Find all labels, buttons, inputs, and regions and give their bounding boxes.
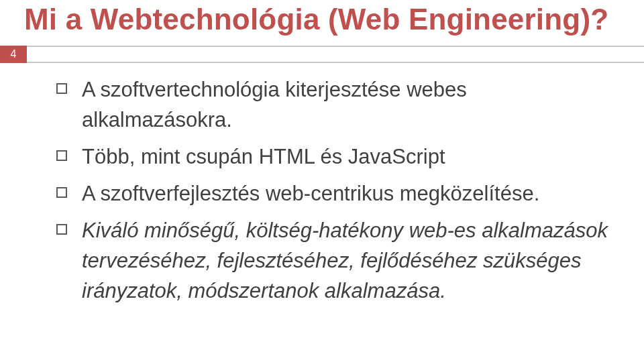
list-item: Több, mint csupán HTML és JavaScript: [52, 142, 609, 172]
square-bullet-icon: [56, 83, 67, 94]
page-title: Mi a Webtechnológia (Web Engineering)?: [24, 3, 608, 36]
slide: Mi a Webtechnológia (Web Engineering)? 4…: [0, 0, 644, 340]
list-item-text: A szoftverfejlesztés web-centrikus megkö…: [82, 182, 539, 205]
square-bullet-icon: [56, 150, 67, 161]
square-bullet-icon: [56, 187, 67, 198]
list-item: A szoftverfejlesztés web-centrikus megkö…: [52, 179, 609, 209]
page-number-badge: 4: [0, 46, 27, 63]
list-item-text: Több, mint csupán HTML és JavaScript: [82, 145, 445, 168]
bullet-list: A szoftvertechnológia kiterjesztése webe…: [52, 75, 609, 313]
title-divider: [27, 46, 644, 63]
square-bullet-icon: [56, 224, 67, 235]
list-item: Kiváló minőségű, költség-hatékony web-es…: [52, 216, 609, 306]
list-item: A szoftvertechnológia kiterjesztése webe…: [52, 75, 609, 135]
list-item-text: Kiváló minőségű, költség-hatékony web-es…: [82, 219, 608, 302]
list-item-text: A szoftvertechnológia kiterjesztése webe…: [82, 78, 467, 131]
